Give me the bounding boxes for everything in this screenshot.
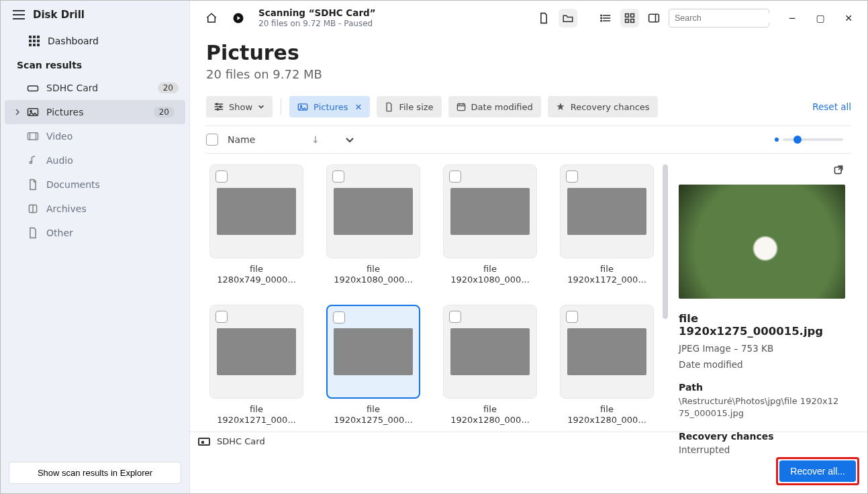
filter-pictures-chip[interactable]: Pictures ✕ bbox=[289, 96, 370, 117]
preview-image bbox=[679, 185, 845, 299]
svg-point-7 bbox=[30, 162, 32, 164]
item-checkbox[interactable] bbox=[449, 170, 461, 183]
list-view-icon[interactable] bbox=[596, 9, 615, 28]
sidebar-item-pictures[interactable]: Pictures 20 bbox=[5, 100, 185, 124]
archive-icon bbox=[26, 203, 40, 214]
svg-point-3 bbox=[30, 110, 32, 111]
svg-rect-20 bbox=[631, 19, 634, 23]
svg-rect-0 bbox=[28, 86, 38, 91]
scan-title: Scanning “SDHC Card” bbox=[258, 7, 376, 19]
search-field[interactable] bbox=[675, 13, 780, 23]
svg-point-30 bbox=[217, 109, 218, 110]
main-area: Scanning “SDHC Card” 20 files on 9.72 MB… bbox=[190, 1, 867, 493]
item-checkbox[interactable] bbox=[215, 311, 228, 323]
thumbnail-item[interactable]: file1920x1172_000... bbox=[557, 164, 657, 286]
preview-path-value: \Restructuré\Photos\jpg\file 1920x1275_0… bbox=[679, 395, 844, 419]
sidebar-item-other[interactable]: Other bbox=[1, 221, 189, 245]
maximize-button[interactable]: ▢ bbox=[814, 13, 827, 23]
image-icon bbox=[26, 107, 40, 117]
document-icon bbox=[26, 179, 40, 191]
sidebar-item-dashboard[interactable]: Dashboard bbox=[1, 29, 189, 53]
sidebar-item-label: SDHC Card bbox=[46, 83, 158, 93]
show-label: Show bbox=[229, 102, 252, 112]
drive-icon bbox=[26, 83, 40, 93]
scrollbar[interactable] bbox=[663, 164, 669, 432]
sidebar-item-label: Audio bbox=[46, 155, 181, 166]
filter-bar: Show Pictures ✕ File size Date modified … bbox=[190, 87, 867, 119]
titlebar: Scanning “SDHC Card” 20 files on 9.72 MB… bbox=[190, 1, 867, 36]
search-input[interactable] bbox=[669, 9, 769, 28]
recover-all-button[interactable]: Recover all... bbox=[779, 460, 856, 482]
calendar-icon bbox=[456, 102, 466, 111]
filter-file-size[interactable]: File size bbox=[377, 96, 441, 117]
reset-all-link[interactable]: Reset all bbox=[812, 101, 851, 112]
show-in-explorer-button[interactable]: Show scan results in Explorer bbox=[9, 462, 181, 484]
sidebar-item-audio[interactable]: Audio bbox=[1, 148, 189, 172]
thumbnail-item[interactable]: file1280x749_0000... bbox=[206, 164, 307, 286]
item-checkbox[interactable] bbox=[333, 311, 345, 324]
status-bar: SDHC Card bbox=[190, 432, 867, 450]
svg-rect-17 bbox=[626, 14, 629, 17]
thumbnail-image bbox=[567, 328, 646, 375]
sort-arrow-icon[interactable]: ↓ bbox=[311, 134, 320, 145]
home-icon[interactable] bbox=[202, 9, 221, 28]
thumbnail-item[interactable]: file1920x1080_000... bbox=[440, 164, 540, 286]
footer: Recover all... bbox=[190, 450, 867, 493]
item-checkbox[interactable] bbox=[332, 170, 344, 183]
menu-icon[interactable] bbox=[13, 10, 25, 19]
sidebar-item-sdhc[interactable]: SDHC Card 20 bbox=[1, 76, 189, 100]
item-checkbox[interactable] bbox=[449, 311, 461, 323]
preview-panel: file 1920x1275_000015.jpg JPEG Image – 7… bbox=[675, 164, 851, 432]
thumbnail-image bbox=[334, 328, 413, 375]
item-checkbox[interactable] bbox=[566, 311, 578, 323]
svg-point-16 bbox=[601, 20, 602, 21]
thumbnail-image bbox=[567, 188, 646, 235]
folder-icon[interactable] bbox=[559, 9, 577, 28]
select-all-checkbox[interactable] bbox=[206, 134, 218, 146]
grid-view-icon[interactable] bbox=[620, 9, 639, 28]
date-modified-label: Date modified bbox=[471, 102, 533, 112]
column-name[interactable]: Name bbox=[228, 134, 255, 145]
sidebar-section-title: Scan results bbox=[1, 53, 189, 76]
svg-point-28 bbox=[216, 103, 218, 105]
sidebar-item-label: Video bbox=[46, 131, 181, 142]
count-badge: 20 bbox=[154, 107, 175, 117]
highlight-box: Recover all... bbox=[776, 457, 859, 485]
music-icon bbox=[26, 155, 40, 166]
preview-meta: JPEG Image – 753 KB bbox=[679, 343, 844, 354]
image-icon bbox=[297, 103, 308, 111]
close-button[interactable]: ✕ bbox=[842, 13, 855, 23]
show-dropdown[interactable]: Show bbox=[206, 96, 273, 117]
page-title: Pictures bbox=[206, 41, 851, 64]
thumbnail-item[interactable]: file1920x1080_000... bbox=[323, 164, 424, 286]
remove-filter-icon[interactable]: ✕ bbox=[355, 102, 363, 112]
star-icon bbox=[556, 102, 565, 111]
table-header: Name ↓ bbox=[206, 126, 851, 154]
thumbnail-item[interactable]: file1920x1280_000... bbox=[440, 305, 540, 426]
popout-icon[interactable] bbox=[833, 164, 844, 182]
minimize-button[interactable]: ─ bbox=[785, 13, 799, 23]
thumbnail-item[interactable]: file1920x1275_000... bbox=[323, 305, 424, 426]
thumbnail-size-slider[interactable] bbox=[775, 138, 843, 142]
file-size-label: File size bbox=[399, 102, 433, 112]
sidebar-item-archives[interactable]: Archives bbox=[1, 197, 189, 221]
svg-point-29 bbox=[220, 106, 221, 107]
filter-date-modified[interactable]: Date modified bbox=[448, 96, 541, 117]
file-icon[interactable] bbox=[534, 9, 553, 28]
svg-point-32 bbox=[300, 105, 301, 107]
file-icon bbox=[385, 102, 393, 112]
sidebar-item-video[interactable]: Video bbox=[1, 124, 189, 148]
sidebar-item-documents[interactable]: Documents bbox=[1, 172, 189, 197]
sidebar-item-label: Pictures bbox=[46, 107, 154, 117]
filter-recovery-chances[interactable]: Recovery chances bbox=[548, 96, 658, 117]
status-device: SDHC Card bbox=[217, 436, 265, 446]
expand-icon[interactable] bbox=[345, 136, 354, 143]
play-icon[interactable] bbox=[229, 9, 248, 28]
thumbnail-image bbox=[217, 188, 296, 235]
panel-toggle-icon[interactable] bbox=[644, 9, 663, 28]
thumbnail-image bbox=[217, 328, 296, 375]
thumbnail-item[interactable]: file1920x1271_000... bbox=[206, 305, 307, 426]
item-checkbox[interactable] bbox=[215, 170, 228, 183]
thumbnail-item[interactable]: file1920x1280_000... bbox=[557, 305, 657, 426]
item-checkbox[interactable] bbox=[566, 170, 578, 183]
